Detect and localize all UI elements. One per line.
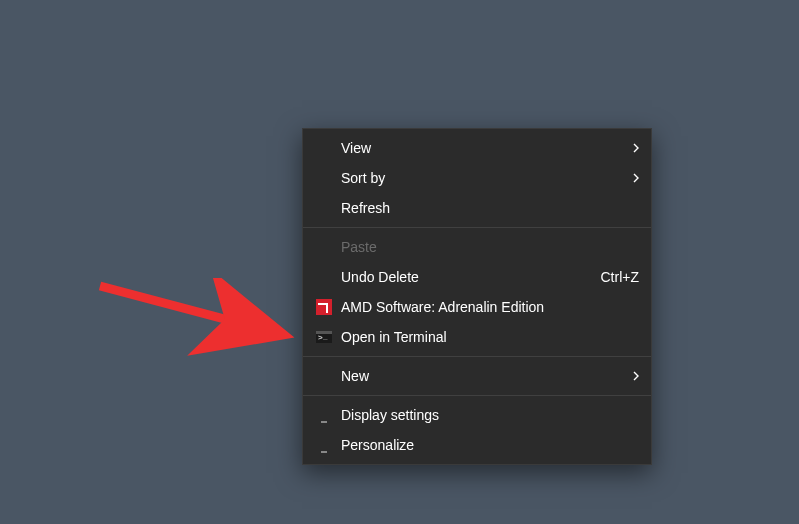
menu-item-personalize[interactable]: Personalize	[303, 430, 651, 460]
personalize-icon	[313, 436, 335, 454]
menu-item-open-terminal[interactable]: Open in Terminal	[303, 322, 651, 352]
menu-item-amd-software[interactable]: AMD Software: Adrenalin Edition	[303, 292, 651, 322]
menu-separator	[303, 227, 651, 228]
menu-item-label: AMD Software: Adrenalin Edition	[341, 299, 639, 315]
menu-item-label: View	[341, 140, 621, 156]
icon-placeholder	[313, 199, 335, 217]
icon-placeholder	[313, 139, 335, 157]
terminal-icon	[313, 328, 335, 346]
icon-placeholder	[313, 367, 335, 385]
icon-placeholder	[313, 238, 335, 256]
menu-item-label: New	[341, 368, 621, 384]
menu-item-new[interactable]: New	[303, 361, 651, 391]
icon-placeholder	[313, 268, 335, 286]
annotation-arrow-icon	[92, 278, 302, 358]
monitor-icon	[313, 406, 335, 424]
svg-line-0	[100, 286, 277, 333]
menu-item-label: Undo Delete	[341, 269, 589, 285]
menu-item-display-settings[interactable]: Display settings	[303, 400, 651, 430]
menu-item-refresh[interactable]: Refresh	[303, 193, 651, 223]
menu-separator	[303, 356, 651, 357]
menu-item-paste: Paste	[303, 232, 651, 262]
menu-item-label: Display settings	[341, 407, 639, 423]
icon-placeholder	[313, 169, 335, 187]
menu-item-view[interactable]: View	[303, 133, 651, 163]
menu-item-undo-delete[interactable]: Undo Delete Ctrl+Z	[303, 262, 651, 292]
menu-separator	[303, 395, 651, 396]
amd-icon	[313, 298, 335, 316]
menu-item-label: Personalize	[341, 437, 639, 453]
menu-item-label: Sort by	[341, 170, 621, 186]
desktop-context-menu: View Sort by Refresh Paste Undo Delete C…	[302, 128, 652, 465]
menu-item-label: Refresh	[341, 200, 639, 216]
menu-item-label: Open in Terminal	[341, 329, 639, 345]
chevron-right-icon	[633, 140, 639, 156]
menu-item-label: Paste	[341, 239, 639, 255]
chevron-right-icon	[633, 368, 639, 384]
chevron-right-icon	[633, 170, 639, 186]
menu-item-shortcut: Ctrl+Z	[601, 269, 640, 285]
menu-item-sort-by[interactable]: Sort by	[303, 163, 651, 193]
